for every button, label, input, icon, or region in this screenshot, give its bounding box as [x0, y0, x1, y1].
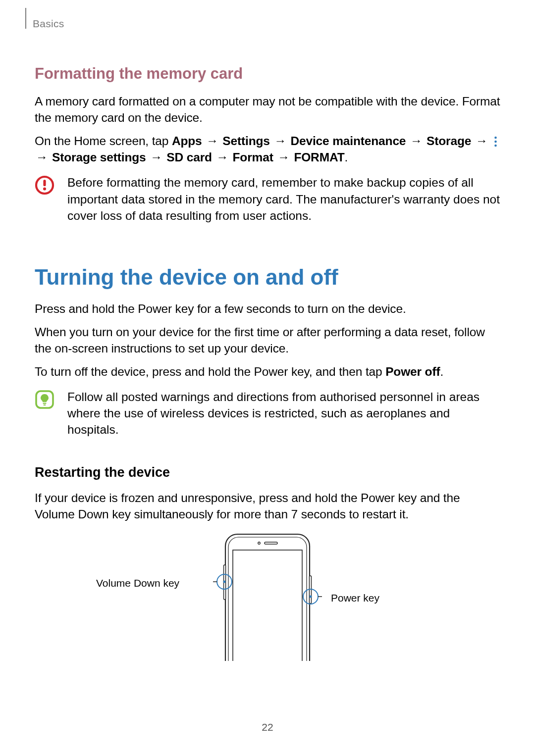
warning-text: Before formatting the memory card, remem… [67, 174, 500, 223]
svg-rect-8 [44, 404, 46, 405]
paragraph-nav-steps: On the Home screen, tap Apps → Settings … [35, 133, 500, 165]
paragraph-restart: If your device is frozen and unresponsiv… [35, 490, 500, 522]
p3c: . [440, 365, 443, 378]
label-volume-down: Volume Down key [96, 576, 179, 590]
paragraph-power-3: To turn off the device, press and hold t… [35, 363, 500, 380]
warning-icon [35, 175, 54, 199]
arrow-icon: → [276, 151, 290, 164]
arrow-icon: → [205, 134, 219, 148]
nav-step-settings: Settings [222, 134, 269, 148]
arrow-icon: → [409, 134, 423, 148]
svg-rect-11 [233, 550, 302, 661]
arrow-icon: → [475, 134, 488, 148]
section-label: Basics [33, 17, 500, 31]
heading-formatting: Formatting the memory card [35, 63, 500, 84]
nav-step-device-maintenance: Device maintenance [290, 134, 406, 148]
arrow-icon: → [149, 151, 163, 164]
svg-point-20 [310, 596, 312, 598]
nav-step-apps: Apps [172, 134, 202, 148]
page-number: 22 [0, 720, 535, 734]
info-icon [35, 390, 54, 413]
p3b: Power off [385, 365, 440, 378]
label-power-key: Power key [331, 591, 379, 605]
device-diagram: Volume Down key Power key [35, 532, 500, 661]
info-text: Follow all posted warnings and direction… [67, 389, 500, 438]
paragraph-power-1: Press and hold the Power key for a few s… [35, 301, 500, 317]
arrow-icon: → [273, 134, 287, 148]
svg-rect-4 [43, 180, 46, 186]
nav-step-storage: Storage [427, 134, 471, 148]
nav-period: . [344, 151, 348, 164]
nav-step-sd-card: SD card [166, 151, 212, 164]
nav-intro: On the Home screen, tap [35, 134, 172, 148]
nav-step-storage-settings: Storage settings [52, 151, 146, 164]
more-options-icon [492, 136, 498, 147]
header-rule [25, 8, 26, 29]
p3a: To turn off the device, press and hold t… [35, 365, 385, 378]
svg-point-0 [494, 137, 497, 139]
heading-restart: Restarting the device [35, 463, 500, 481]
arrow-icon: → [35, 151, 49, 164]
phone-illustration [213, 532, 322, 661]
paragraph-format-intro: A memory card formatted on a computer ma… [35, 93, 500, 126]
svg-point-1 [494, 141, 497, 143]
warning-note: Before formatting the memory card, remem… [35, 174, 500, 223]
nav-step-format: Format [233, 151, 273, 164]
svg-point-17 [223, 581, 226, 583]
svg-point-5 [43, 188, 46, 191]
arrow-icon: → [215, 151, 229, 164]
info-note: Follow all posted warnings and direction… [35, 389, 500, 438]
page: Basics Formatting the memory card A memo… [0, 0, 535, 756]
nav-step-format-caps: FORMAT [294, 151, 344, 164]
svg-point-2 [494, 145, 497, 147]
heading-power: Turning the device on and off [35, 262, 500, 292]
paragraph-power-2: When you turn on your device for the fir… [35, 324, 500, 356]
svg-rect-7 [43, 403, 47, 404]
